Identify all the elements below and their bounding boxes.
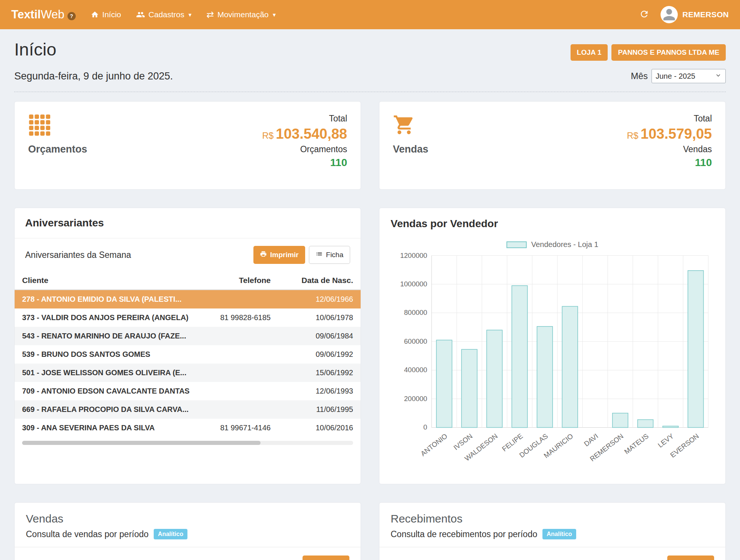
count-value: 110 [262, 157, 347, 169]
company-button[interactable]: PANNOS E PANNOS LTDA ME [611, 44, 726, 61]
table-row[interactable]: 373 - VALDIR DOS ANJOS PEREIRA (ANGELA)8… [15, 308, 361, 327]
svg-text:1000000: 1000000 [400, 280, 427, 288]
ficha-button[interactable]: Ficha [309, 246, 350, 264]
table-row[interactable]: 278 - ANTONIO EMIDIO DA SILVA (PALESTI..… [15, 290, 361, 308]
total-amount: R$103.579,05 [627, 126, 712, 142]
client-cell: 709 - ANTONIO EDSON CAVALCANTE DANTAS [22, 387, 196, 395]
card-name: Orçamentos [28, 144, 87, 155]
user-name: REMERSON [682, 10, 729, 19]
users-icon [136, 10, 145, 19]
phone-cell: 81 99671-4146 [196, 424, 271, 432]
legend-swatch [506, 241, 527, 248]
birthdays-subtitle: Aniversariantes da Semana [25, 250, 131, 260]
chevron-down-icon [715, 72, 722, 81]
birthdate-cell: 10/06/2016 [271, 424, 353, 432]
total-amount: R$103.540,88 [262, 126, 347, 142]
count-value: 110 [627, 157, 712, 169]
view-sales-button[interactable]: Ver [303, 556, 349, 560]
horizontal-scrollbar[interactable] [22, 441, 353, 445]
refresh-button[interactable] [639, 9, 649, 20]
table-row[interactable]: 543 - RENATO MARINHO DE ARAUJO (FAZE...0… [15, 327, 361, 345]
calculator-icon [28, 114, 87, 138]
table-row[interactable]: 669 - RAFAELA PROCOPIO DA SILVA CARVA...… [15, 400, 361, 419]
legend-label: Vendedores - Loja 1 [531, 240, 598, 249]
current-date: Segunda-feira, 9 de junho de 2025. [14, 70, 173, 82]
user-menu[interactable]: REMERSON [661, 6, 729, 23]
svg-text:600000: 600000 [404, 337, 427, 345]
main-content: Início LOJA 1 PANNOS E PANNOS LTDA ME Se… [0, 29, 740, 560]
birthdate-cell: 15/06/1992 [271, 368, 353, 377]
table-row[interactable]: 309 - ANA SEVERINA PAES DA SILVA81 99671… [15, 419, 361, 437]
sales-report-card: Vendas Consulta de vendas por período An… [14, 502, 361, 560]
client-cell: 543 - RENATO MARINHO DE ARAUJO (FAZE... [22, 332, 196, 340]
nav-item-movimentacao[interactable]: ⇄ Movimentação ▾ [207, 10, 276, 19]
page-title: Início [14, 39, 56, 60]
total-label: Total [262, 114, 347, 124]
month-select[interactable]: June - 2025 [652, 69, 726, 83]
refresh-icon [639, 9, 649, 20]
birthdate-cell: 10/06/1978 [271, 313, 353, 322]
month-label: Mês [631, 71, 648, 81]
svg-text:1200000: 1200000 [400, 252, 427, 259]
sales-chart-card: Vendas por Vendedor Vendedores - Loja 1 … [379, 208, 726, 484]
table-row[interactable]: 501 - JOSE WELISSON GOMES OLIVEIRA (E...… [15, 364, 361, 382]
count-label: Vendas [627, 144, 712, 154]
scrollbar-thumb[interactable] [22, 441, 261, 445]
print-button[interactable]: Imprimir [253, 246, 305, 264]
birthdate-cell: 12/06/1993 [271, 387, 353, 395]
birthdays-card: Aniversariantes Aniversariantes da Seman… [14, 208, 361, 484]
client-cell: 501 - JOSE WELISSON GOMES OLIVEIRA (E... [22, 368, 196, 377]
exchange-icon: ⇄ [207, 10, 214, 19]
month-select-value: June - 2025 [656, 72, 695, 81]
report-title: Recebimentos [391, 512, 714, 525]
brand-light: Web [41, 8, 64, 21]
client-cell: 539 - BRUNO DOS SANTOS GOMES [22, 350, 196, 359]
nav-item-inicio[interactable]: Início [91, 10, 121, 19]
svg-text:ANTONIO: ANTONIO [419, 432, 449, 457]
sales-chart-svg: 020000040000060000080000010000001200000A… [391, 250, 714, 474]
nav-item-cadastros[interactable]: Cadastros ▾ [136, 10, 192, 19]
caret-down-icon: ▾ [189, 11, 192, 18]
birthdays-table-body: 278 - ANTONIO EMIDIO DA SILVA (PALESTI..… [15, 290, 361, 437]
svg-text:DAVI: DAVI [583, 432, 600, 448]
svg-text:LEVY: LEVY [656, 432, 675, 449]
sales-summary-card: Vendas Total R$103.579,05 Vendas 110 [379, 101, 726, 190]
client-cell: 373 - VALDIR DOS ANJOS PEREIRA (ANGELA) [22, 313, 196, 322]
svg-text:200000: 200000 [404, 395, 427, 403]
birthdate-cell: 09/06/1992 [271, 350, 353, 359]
brand-bold: Textil [11, 8, 41, 21]
total-label: Total [627, 114, 712, 124]
svg-text:IVSON: IVSON [452, 432, 474, 451]
receipts-report-card: Recebimentos Consulta de recebimentos po… [379, 502, 726, 560]
client-cell: 278 - ANTONIO EMIDIO DA SILVA (PALESTI..… [22, 295, 196, 304]
chart-legend[interactable]: Vendedores - Loja 1 [391, 240, 714, 249]
phone-cell: 81 99828-6185 [196, 313, 271, 322]
help-icon[interactable]: ? [67, 12, 76, 20]
birthdate-cell: 11/06/1995 [271, 405, 353, 414]
navbar: TextilWeb ? Início Cadastros ▾ ⇄ Movimen… [0, 0, 740, 29]
svg-text:400000: 400000 [404, 366, 427, 374]
budgets-summary-card: Orçamentos Total R$103.540,88 Orçamentos… [14, 101, 361, 190]
svg-text:0: 0 [423, 423, 427, 431]
cart-icon [393, 114, 428, 138]
analytic-badge: Analítico [542, 529, 576, 539]
svg-text:MATEUS: MATEUS [623, 432, 650, 455]
report-description: Consulta de recebimentos por período [391, 529, 537, 539]
card-name: Vendas [393, 144, 428, 155]
analytic-badge: Analítico [154, 529, 187, 539]
column-header: Cliente [22, 276, 196, 285]
view-receipts-button[interactable]: Ver [667, 556, 714, 560]
list-icon [316, 250, 323, 259]
sales-bar-chart: 020000040000060000080000010000001200000A… [391, 250, 714, 474]
column-header: Data de Nasc. [271, 276, 353, 285]
birthdate-cell: 09/06/1984 [271, 332, 353, 340]
table-row[interactable]: 709 - ANTONIO EDSON CAVALCANTE DANTAS12/… [15, 382, 361, 400]
report-title: Vendas [26, 512, 349, 525]
table-row[interactable]: 539 - BRUNO DOS SANTOS GOMES09/06/1992 [15, 345, 361, 364]
client-cell: 669 - RAFAELA PROCOPIO DA SILVA CARVA... [22, 405, 196, 414]
store-button[interactable]: LOJA 1 [571, 44, 608, 61]
chart-title: Vendas por Vendedor [391, 218, 714, 230]
brand-logo[interactable]: TextilWeb ? [11, 8, 76, 21]
avatar [661, 6, 678, 23]
svg-text:800000: 800000 [404, 308, 427, 316]
